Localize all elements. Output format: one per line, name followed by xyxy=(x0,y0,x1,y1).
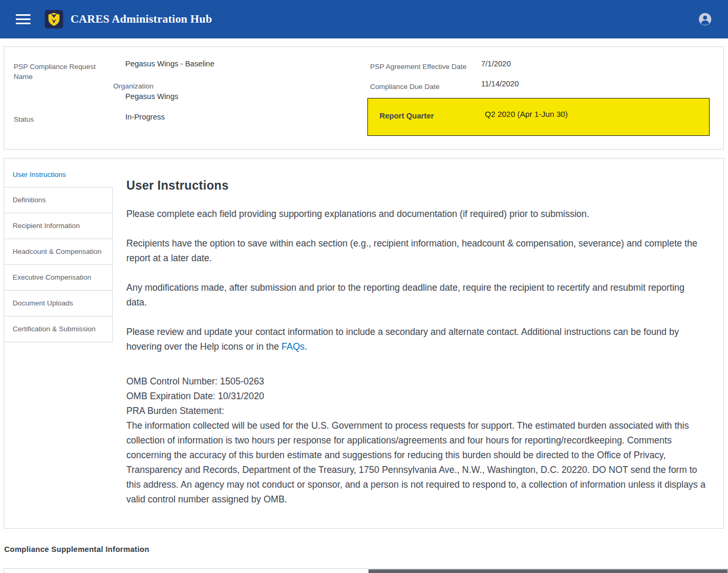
nav-tab-certification-submission[interactable]: Certification & Submission xyxy=(4,317,113,342)
user-avatar-icon[interactable] xyxy=(698,12,712,26)
omb-block: OMB Control Number: 1505-0263 OMB Expira… xyxy=(126,374,706,507)
section-nav: User Instructions Definitions Recipient … xyxy=(4,159,113,342)
instruction-paragraph-2: Recipients have the option to save withi… xyxy=(126,236,706,265)
report-quarter-label: Report Quarter xyxy=(380,112,434,120)
report-sections-card: User Instructions Definitions Recipient … xyxy=(4,158,724,529)
pra-burden-statement: The information collected will be used f… xyxy=(126,418,706,507)
supplemental-panel-partial xyxy=(4,568,728,573)
instructions-panel: User Instructions Please complete each f… xyxy=(113,159,723,528)
instruction-paragraph-4-text: Please review and update your contact in… xyxy=(126,327,679,352)
panel-title: User Instructions xyxy=(126,179,706,193)
effective-date-label: PSP Agreement Effective Date xyxy=(370,62,466,72)
organization-value: Pegasus Wings xyxy=(125,92,178,101)
nav-tab-recipient-information[interactable]: Recipient Information xyxy=(4,213,113,239)
pra-burden-label: PRA Burden Statement: xyxy=(126,403,706,418)
due-date-value: 11/14/2020 xyxy=(481,80,519,88)
request-name-label: PSP Compliance Request Name xyxy=(14,62,98,82)
cares-shield-logo-icon xyxy=(45,10,63,28)
nav-tab-headcount-compensation[interactable]: Headcount & Compensation xyxy=(4,239,113,265)
due-date-label: Compliance Due Date xyxy=(370,82,440,92)
nav-tab-definitions[interactable]: Definitions xyxy=(4,187,113,213)
app-title: CARES Administration Hub xyxy=(71,13,212,26)
instruction-paragraph-1: Please complete each field providing sup… xyxy=(126,206,706,221)
report-quarter-highlight: Report Quarter Q2 2020 (Apr 1-Jun 30) xyxy=(367,98,710,136)
horizontal-scrollbar[interactable] xyxy=(368,569,727,573)
hamburger-menu-icon[interactable] xyxy=(16,12,31,27)
instruction-paragraph-3: Any modifications made, after submission… xyxy=(126,280,706,310)
nav-tab-user-instructions[interactable]: User Instructions xyxy=(4,165,113,187)
nav-tab-executive-compensation[interactable]: Executive Compensation xyxy=(4,265,113,291)
instruction-paragraph-4: Please review and update your contact in… xyxy=(126,324,706,354)
status-label: Status xyxy=(14,114,34,124)
instruction-paragraph-4-period: . xyxy=(305,341,307,352)
status-value: In-Progress xyxy=(125,113,165,121)
supplemental-information-heading: Compliance Supplemental Information xyxy=(4,545,728,554)
request-name-value: Pegasus Wings - Baseline xyxy=(125,60,214,68)
compliance-summary-card: PSP Compliance Request Name Pegasus Wing… xyxy=(4,46,724,150)
organization-label: Organization xyxy=(113,81,154,91)
omb-expiration-date: OMB Expiration Date: 10/31/2020 xyxy=(126,389,706,403)
nav-tab-document-uploads[interactable]: Document Uploads xyxy=(4,291,113,317)
omb-control-number: OMB Control Number: 1505-0263 xyxy=(126,374,706,389)
report-quarter-value: Q2 2020 (Apr 1-Jun 30) xyxy=(485,110,568,118)
app-bar: CARES Administration Hub xyxy=(0,0,728,38)
effective-date-value: 7/1/2020 xyxy=(481,60,511,68)
faqs-link[interactable]: FAQs xyxy=(282,341,305,352)
